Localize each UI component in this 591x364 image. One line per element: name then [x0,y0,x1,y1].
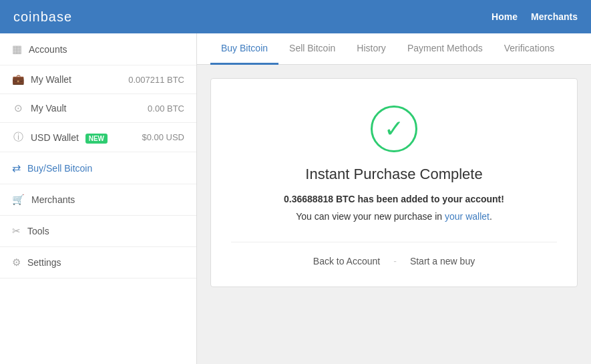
sidebar-item-merchants[interactable]: 🛒 Merchants [0,184,196,216]
sidebar-accounts-header: ▦ Accounts [0,33,196,65]
wallet-period: . [489,211,492,222]
vault-label: My Vault [31,103,148,114]
tab-verifications[interactable]: Verifications [494,33,565,65]
tools-label: Tools [27,226,49,236]
accounts-label: Accounts [29,44,67,55]
success-card: ✓ Instant Purchase Complete 0.36688818 B… [210,78,578,287]
btc-message: 0.36688818 BTC has been added to your ac… [231,194,557,204]
merchants-label: Merchants [31,194,75,205]
wallet-link-paragraph: You can view your new purchase in your w… [231,211,557,222]
wallet-label: My Wallet [31,74,128,85]
top-nav: coinbase Home Merchants [0,0,591,33]
exchange-icon: ⇄ [12,162,21,174]
vault-value: 0.00 BTC [148,104,184,114]
sidebar-item-settings[interactable]: ⚙ Settings [0,247,196,279]
wallet-icon: 💼 [12,73,24,85]
new-badge: NEW [85,134,108,144]
main-content: Buy Bitcoin Sell Bitcoin History Payment… [197,33,591,364]
settings-label: Settings [27,257,61,268]
usd-icon: ⓘ [12,131,24,144]
accounts-icon: ▦ [12,43,22,55]
vault-icon: ⊙ [12,102,24,114]
merchants-link[interactable]: Merchants [531,11,578,22]
sidebar-item-buy-sell[interactable]: ⇄ Buy/Sell Bitcoin [0,152,196,184]
merchants-icon: 🛒 [12,194,25,206]
checkmark-icon: ✓ [384,117,404,141]
nav-links: Home Merchants [491,11,578,22]
tab-buy-bitcoin[interactable]: Buy Bitcoin [210,33,278,65]
logo: coinbase [13,9,491,25]
sidebar: ▦ Accounts 💼 My Wallet 0.007211 BTC ⊙ My… [0,33,197,364]
success-icon-circle: ✓ [371,106,417,152]
start-new-buy[interactable]: Start a new buy [410,256,475,266]
sidebar-item-tools[interactable]: ✂ Tools [0,216,196,247]
wallet-text-prefix: You can view your new purchase in [296,211,445,222]
home-link[interactable]: Home [491,11,518,22]
tabs-bar: Buy Bitcoin Sell Bitcoin History Payment… [197,33,591,65]
card-area: ✓ Instant Purchase Complete 0.36688818 B… [197,65,591,301]
buy-sell-label: Buy/Sell Bitcoin [27,163,92,174]
settings-icon: ⚙ [12,256,21,268]
tab-payment-methods[interactable]: Payment Methods [397,33,494,65]
sidebar-item-my-vault[interactable]: ⊙ My Vault 0.00 BTC [0,94,196,123]
tab-sell-bitcoin[interactable]: Sell Bitcoin [278,33,346,65]
wallet-link[interactable]: your wallet [445,211,489,222]
usd-wallet-value: $0.00 USD [142,132,184,142]
wallet-value: 0.007211 BTC [128,75,184,85]
layout: ▦ Accounts 💼 My Wallet 0.007211 BTC ⊙ My… [0,33,591,364]
back-to-account[interactable]: Back to Account [313,256,380,266]
success-title: Instant Purchase Complete [231,166,557,183]
actions-separator: - [393,256,397,266]
tab-history[interactable]: History [346,33,397,65]
usd-wallet-label: USD Wallet NEW [31,132,142,143]
sidebar-item-my-wallet[interactable]: 💼 My Wallet 0.007211 BTC [0,65,196,94]
tools-icon: ✂ [12,225,21,237]
sidebar-item-usd-wallet[interactable]: ⓘ USD Wallet NEW $0.00 USD [0,123,196,152]
card-actions: Back to Account - Start a new buy [231,242,557,266]
